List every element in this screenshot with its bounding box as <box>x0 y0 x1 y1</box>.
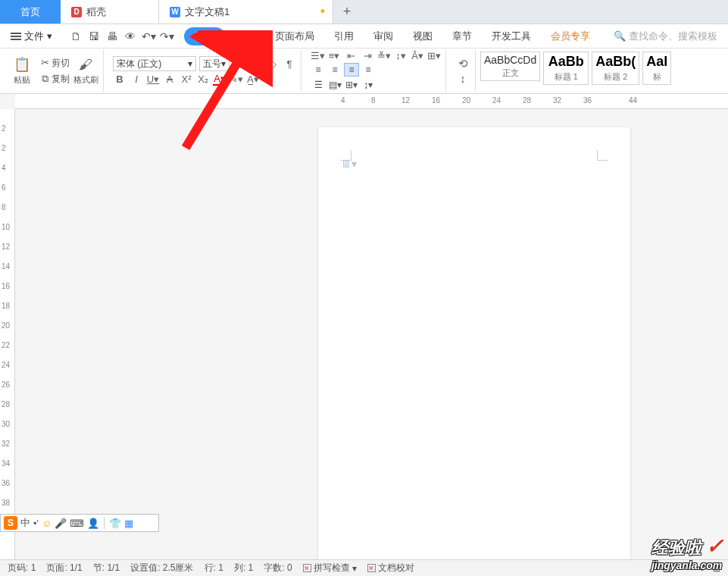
italic-icon[interactable]: I <box>130 74 143 85</box>
font-name-combo[interactable]: 宋体 (正文)▾ <box>113 56 196 71</box>
shrink-font-icon[interactable]: A⁻ <box>249 58 263 70</box>
scissors-icon: ✂ <box>38 57 52 68</box>
status-section[interactable]: 节: 1/1 <box>93 562 120 574</box>
tabs-icon[interactable]: ⊞▾ <box>427 50 441 61</box>
align-dist-icon[interactable]: ☰ <box>311 78 326 92</box>
watermark-sub: jingyanla.com <box>651 559 723 571</box>
strike-icon[interactable]: A <box>163 74 177 85</box>
style-heading2[interactable]: AaBb( 标题 2 <box>592 52 639 85</box>
menu-reference[interactable]: 引用 <box>325 27 363 46</box>
para-spacing-icon[interactable]: ↨▾ <box>361 78 376 92</box>
ribbon-paragraph: ☰▾ ≡▾ ⇤ ⇥ ≚▾ ↕▾ Ā▾ ⊞▾ ≡ ≡ ≡ ≡ ☰ ▤▾ ⊞▾ ↨▾ <box>306 50 446 92</box>
indent-inc-icon[interactable]: ⇥ <box>361 50 374 61</box>
paste-button[interactable]: 📋 粘贴 <box>9 56 35 86</box>
menu-devtools[interactable]: 开发工具 <box>483 27 540 46</box>
ime-punct[interactable]: •' <box>33 518 39 529</box>
highlight-icon[interactable]: ✎▾ <box>230 74 243 85</box>
copy-button[interactable]: ⧉复制 <box>38 73 70 86</box>
ime-user-icon[interactable]: 👤 <box>87 518 99 529</box>
style-h1-label: 标题 1 <box>547 71 585 83</box>
align-right-icon[interactable]: ≡ <box>361 63 376 77</box>
status-setvalue[interactable]: 设置值: 2.5厘米 <box>130 562 193 574</box>
superscript-icon[interactable]: X² <box>180 74 193 85</box>
grow-font-icon[interactable]: A⁺ <box>233 58 246 70</box>
ime-skin-icon[interactable]: 👕 <box>109 518 121 529</box>
style-more[interactable]: Aal 标 <box>642 52 671 85</box>
copy-icon: ⧉ <box>38 73 52 85</box>
style-h2-preview: AaBb( <box>595 54 636 70</box>
shading-icon[interactable]: ▤▾ <box>327 78 342 92</box>
text-direction-icon[interactable]: ⟲ <box>455 57 470 70</box>
file-menu[interactable]: 文件 ▾ <box>5 28 58 45</box>
menu-insert[interactable]: 插入 <box>227 27 264 46</box>
pilcrow-icon[interactable]: ¶ <box>283 58 296 70</box>
menu-view[interactable]: 视图 <box>404 27 442 46</box>
watermark: 经验啦 ✓ jingyanla.com <box>651 534 723 571</box>
numbering-icon[interactable]: ≡▾ <box>327 50 341 61</box>
new-tab-button[interactable]: + <box>333 0 361 23</box>
menu-vip[interactable]: 会员专享 <box>542 27 599 46</box>
search-box[interactable]: 🔍 查找命令、搜索模板 <box>608 30 723 43</box>
format-painter-button[interactable]: 🖌 格式刷 <box>73 57 98 86</box>
line-spacing-icon[interactable]: ↕▾ <box>394 50 408 61</box>
document-page[interactable]: 🗎▾ <box>318 127 630 559</box>
status-row[interactable]: 行: 1 <box>205 562 223 574</box>
status-proof[interactable]: ✕文档校对 <box>367 562 414 574</box>
align-justify-icon[interactable]: ≡ <box>344 63 359 77</box>
status-page-no[interactable]: 页码: 1 <box>8 562 36 574</box>
status-spellcheck[interactable]: ✕拼写检查▾ <box>303 562 357 574</box>
char-scale-icon[interactable]: Ā▾ <box>411 50 424 61</box>
bullets-icon[interactable]: ☰▾ <box>311 50 324 61</box>
tab-daoke[interactable]: D 稻壳 <box>61 0 159 23</box>
qa-save-icon[interactable]: 🖫 <box>86 28 102 45</box>
char-border-icon[interactable]: A̲▾ <box>246 74 260 85</box>
indent-dec-icon[interactable]: ⇤ <box>344 50 358 61</box>
style-body-label: 正文 <box>484 67 536 79</box>
font-color-icon[interactable]: A▾ <box>213 73 227 86</box>
paste-label: 粘贴 <box>14 74 30 86</box>
cut-button[interactable]: ✂剪切 <box>38 57 70 70</box>
align-left-icon[interactable]: ≡ <box>311 63 326 77</box>
ime-lang[interactable]: 中 <box>20 516 30 530</box>
qa-open-icon[interactable]: 🗋 <box>67 28 84 45</box>
qa-preview-icon[interactable]: 👁 <box>122 28 139 45</box>
paste-icon: 📋 <box>14 56 30 73</box>
vertical-text-icon[interactable]: ↕ <box>455 72 470 85</box>
qa-print-icon[interactable]: 🖶 <box>104 28 120 45</box>
menu-page-layout[interactable]: 页面布局 <box>266 27 323 46</box>
horizontal-ruler[interactable]: 481216202428323644 <box>15 94 728 109</box>
bold-icon[interactable]: B <box>113 74 127 85</box>
menu-review[interactable]: 审阅 <box>364 27 402 46</box>
tab-daoke-label: 稻壳 <box>86 5 106 19</box>
ime-sogou-icon[interactable]: S <box>4 516 17 530</box>
vertical-ruler[interactable]: 2246810121416182022242628303234363840 <box>0 109 15 559</box>
underline-icon[interactable]: U▾ <box>146 74 160 85</box>
status-page-of[interactable]: 页面: 1/1 <box>46 562 82 574</box>
ime-keyboard-icon[interactable]: ⌨ <box>70 518 84 529</box>
style-heading1[interactable]: AaBb 标题 1 <box>543 52 589 85</box>
ime-emoji-icon[interactable]: ☺ <box>42 518 52 529</box>
menu-section[interactable]: 章节 <box>443 27 481 46</box>
search-placeholder: 查找命令、搜索模板 <box>629 30 717 43</box>
font-size-combo[interactable]: 五号▾ <box>199 56 230 71</box>
subscript-icon[interactable]: X₂ <box>196 74 210 85</box>
ime-toolbar[interactable]: S 中 •' ☺ 🎤 ⌨ 👤 👕 ▦ <box>0 514 159 532</box>
menu-bar: 文件 ▾ 🗋 🖫 🖶 👁 ↶▾ ↷▾ 开始 插入 页面布局 引用 审阅 视图 章… <box>0 24 728 49</box>
tab-document[interactable]: W 文字文稿1 • <box>159 0 333 23</box>
header-icon: 🗎▾ <box>341 158 357 170</box>
style-body-preview: AaBbCcDd <box>484 54 536 66</box>
watermark-main: 经验啦 <box>651 538 701 557</box>
ime-toolbox-icon[interactable]: ▦ <box>124 518 133 529</box>
clear-format-icon[interactable]: ◇ <box>266 58 280 70</box>
undo-icon[interactable]: ↶▾ <box>140 28 157 45</box>
status-col[interactable]: 列: 1 <box>234 562 253 574</box>
align-center-icon[interactable]: ≡ <box>327 63 342 77</box>
style-body[interactable]: AaBbCcDd 正文 <box>480 52 540 81</box>
menu-start[interactable]: 开始 <box>184 27 225 45</box>
borders-icon[interactable]: ⊞▾ <box>344 78 359 92</box>
sort-icon[interactable]: ≚▾ <box>377 50 391 61</box>
status-words[interactable]: 字数: 0 <box>264 562 292 574</box>
ime-mic-icon[interactable]: 🎤 <box>55 518 67 529</box>
tab-home[interactable]: 首页 <box>0 0 61 23</box>
redo-icon[interactable]: ↷▾ <box>158 28 175 45</box>
